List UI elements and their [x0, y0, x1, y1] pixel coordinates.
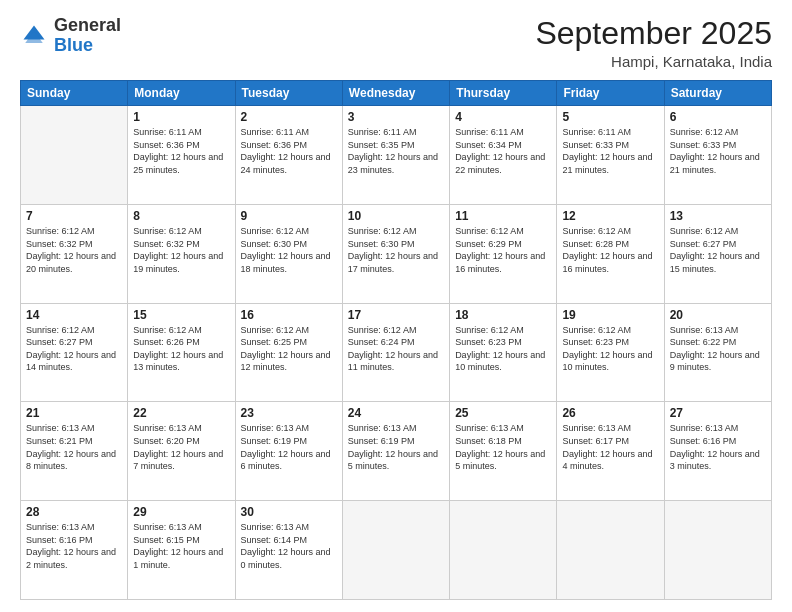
- weekday-header-thursday: Thursday: [450, 81, 557, 106]
- day-cell: 5Sunrise: 6:11 AMSunset: 6:33 PMDaylight…: [557, 106, 664, 205]
- day-number: 18: [455, 308, 551, 322]
- day-cell: 1Sunrise: 6:11 AMSunset: 6:36 PMDaylight…: [128, 106, 235, 205]
- day-info: Sunrise: 6:11 AMSunset: 6:33 PMDaylight:…: [562, 126, 658, 176]
- weekday-header-sunday: Sunday: [21, 81, 128, 106]
- day-info: Sunrise: 6:12 AMSunset: 6:27 PMDaylight:…: [670, 225, 766, 275]
- day-cell: [21, 106, 128, 205]
- day-cell: [557, 501, 664, 600]
- day-cell: 25Sunrise: 6:13 AMSunset: 6:18 PMDayligh…: [450, 402, 557, 501]
- week-row-0: 1Sunrise: 6:11 AMSunset: 6:36 PMDaylight…: [21, 106, 772, 205]
- day-info: Sunrise: 6:12 AMSunset: 6:33 PMDaylight:…: [670, 126, 766, 176]
- day-info: Sunrise: 6:12 AMSunset: 6:28 PMDaylight:…: [562, 225, 658, 275]
- day-info: Sunrise: 6:11 AMSunset: 6:36 PMDaylight:…: [241, 126, 337, 176]
- day-number: 24: [348, 406, 444, 420]
- weekday-header-wednesday: Wednesday: [342, 81, 449, 106]
- day-number: 4: [455, 110, 551, 124]
- logo-icon: [20, 22, 48, 50]
- day-number: 27: [670, 406, 766, 420]
- weekday-header-monday: Monday: [128, 81, 235, 106]
- day-cell: 11Sunrise: 6:12 AMSunset: 6:29 PMDayligh…: [450, 204, 557, 303]
- day-info: Sunrise: 6:12 AMSunset: 6:29 PMDaylight:…: [455, 225, 551, 275]
- day-info: Sunrise: 6:13 AMSunset: 6:19 PMDaylight:…: [348, 422, 444, 472]
- weekday-header-row: SundayMondayTuesdayWednesdayThursdayFrid…: [21, 81, 772, 106]
- day-cell: 4Sunrise: 6:11 AMSunset: 6:34 PMDaylight…: [450, 106, 557, 205]
- day-cell: 7Sunrise: 6:12 AMSunset: 6:32 PMDaylight…: [21, 204, 128, 303]
- day-cell: [450, 501, 557, 600]
- day-cell: 19Sunrise: 6:12 AMSunset: 6:23 PMDayligh…: [557, 303, 664, 402]
- day-number: 22: [133, 406, 229, 420]
- day-number: 7: [26, 209, 122, 223]
- day-number: 5: [562, 110, 658, 124]
- day-cell: 17Sunrise: 6:12 AMSunset: 6:24 PMDayligh…: [342, 303, 449, 402]
- day-cell: 20Sunrise: 6:13 AMSunset: 6:22 PMDayligh…: [664, 303, 771, 402]
- day-info: Sunrise: 6:13 AMSunset: 6:17 PMDaylight:…: [562, 422, 658, 472]
- day-number: 1: [133, 110, 229, 124]
- day-cell: 18Sunrise: 6:12 AMSunset: 6:23 PMDayligh…: [450, 303, 557, 402]
- page: General Blue September 2025 Hampi, Karna…: [0, 0, 792, 612]
- month-title: September 2025: [535, 16, 772, 51]
- day-number: 3: [348, 110, 444, 124]
- day-cell: 14Sunrise: 6:12 AMSunset: 6:27 PMDayligh…: [21, 303, 128, 402]
- day-number: 16: [241, 308, 337, 322]
- day-info: Sunrise: 6:13 AMSunset: 6:14 PMDaylight:…: [241, 521, 337, 571]
- logo-text: General Blue: [54, 16, 121, 56]
- day-number: 2: [241, 110, 337, 124]
- week-row-2: 14Sunrise: 6:12 AMSunset: 6:27 PMDayligh…: [21, 303, 772, 402]
- day-number: 19: [562, 308, 658, 322]
- day-cell: 3Sunrise: 6:11 AMSunset: 6:35 PMDaylight…: [342, 106, 449, 205]
- day-cell: 6Sunrise: 6:12 AMSunset: 6:33 PMDaylight…: [664, 106, 771, 205]
- day-number: 15: [133, 308, 229, 322]
- day-info: Sunrise: 6:13 AMSunset: 6:15 PMDaylight:…: [133, 521, 229, 571]
- day-cell: 30Sunrise: 6:13 AMSunset: 6:14 PMDayligh…: [235, 501, 342, 600]
- day-info: Sunrise: 6:12 AMSunset: 6:32 PMDaylight:…: [133, 225, 229, 275]
- title-area: September 2025 Hampi, Karnataka, India: [535, 16, 772, 70]
- week-row-4: 28Sunrise: 6:13 AMSunset: 6:16 PMDayligh…: [21, 501, 772, 600]
- day-cell: 21Sunrise: 6:13 AMSunset: 6:21 PMDayligh…: [21, 402, 128, 501]
- day-number: 10: [348, 209, 444, 223]
- day-cell: 10Sunrise: 6:12 AMSunset: 6:30 PMDayligh…: [342, 204, 449, 303]
- header: General Blue September 2025 Hampi, Karna…: [20, 16, 772, 70]
- day-number: 9: [241, 209, 337, 223]
- weekday-header-friday: Friday: [557, 81, 664, 106]
- day-number: 11: [455, 209, 551, 223]
- day-number: 8: [133, 209, 229, 223]
- day-info: Sunrise: 6:12 AMSunset: 6:25 PMDaylight:…: [241, 324, 337, 374]
- day-cell: 8Sunrise: 6:12 AMSunset: 6:32 PMDaylight…: [128, 204, 235, 303]
- day-number: 23: [241, 406, 337, 420]
- day-cell: 16Sunrise: 6:12 AMSunset: 6:25 PMDayligh…: [235, 303, 342, 402]
- day-info: Sunrise: 6:13 AMSunset: 6:21 PMDaylight:…: [26, 422, 122, 472]
- day-number: 12: [562, 209, 658, 223]
- day-number: 14: [26, 308, 122, 322]
- day-number: 26: [562, 406, 658, 420]
- day-info: Sunrise: 6:12 AMSunset: 6:23 PMDaylight:…: [562, 324, 658, 374]
- day-info: Sunrise: 6:12 AMSunset: 6:24 PMDaylight:…: [348, 324, 444, 374]
- day-cell: 12Sunrise: 6:12 AMSunset: 6:28 PMDayligh…: [557, 204, 664, 303]
- weekday-header-saturday: Saturday: [664, 81, 771, 106]
- day-info: Sunrise: 6:12 AMSunset: 6:23 PMDaylight:…: [455, 324, 551, 374]
- day-info: Sunrise: 6:13 AMSunset: 6:16 PMDaylight:…: [26, 521, 122, 571]
- day-cell: 26Sunrise: 6:13 AMSunset: 6:17 PMDayligh…: [557, 402, 664, 501]
- day-info: Sunrise: 6:13 AMSunset: 6:20 PMDaylight:…: [133, 422, 229, 472]
- location: Hampi, Karnataka, India: [535, 53, 772, 70]
- day-info: Sunrise: 6:12 AMSunset: 6:30 PMDaylight:…: [348, 225, 444, 275]
- day-cell: [342, 501, 449, 600]
- day-cell: 13Sunrise: 6:12 AMSunset: 6:27 PMDayligh…: [664, 204, 771, 303]
- day-number: 29: [133, 505, 229, 519]
- day-number: 30: [241, 505, 337, 519]
- day-number: 20: [670, 308, 766, 322]
- day-info: Sunrise: 6:11 AMSunset: 6:35 PMDaylight:…: [348, 126, 444, 176]
- day-number: 28: [26, 505, 122, 519]
- day-cell: [664, 501, 771, 600]
- day-cell: 24Sunrise: 6:13 AMSunset: 6:19 PMDayligh…: [342, 402, 449, 501]
- day-info: Sunrise: 6:13 AMSunset: 6:18 PMDaylight:…: [455, 422, 551, 472]
- week-row-1: 7Sunrise: 6:12 AMSunset: 6:32 PMDaylight…: [21, 204, 772, 303]
- day-number: 25: [455, 406, 551, 420]
- day-cell: 2Sunrise: 6:11 AMSunset: 6:36 PMDaylight…: [235, 106, 342, 205]
- day-cell: 9Sunrise: 6:12 AMSunset: 6:30 PMDaylight…: [235, 204, 342, 303]
- day-number: 21: [26, 406, 122, 420]
- logo: General Blue: [20, 16, 121, 56]
- day-info: Sunrise: 6:12 AMSunset: 6:27 PMDaylight:…: [26, 324, 122, 374]
- day-number: 6: [670, 110, 766, 124]
- day-info: Sunrise: 6:12 AMSunset: 6:26 PMDaylight:…: [133, 324, 229, 374]
- day-info: Sunrise: 6:11 AMSunset: 6:34 PMDaylight:…: [455, 126, 551, 176]
